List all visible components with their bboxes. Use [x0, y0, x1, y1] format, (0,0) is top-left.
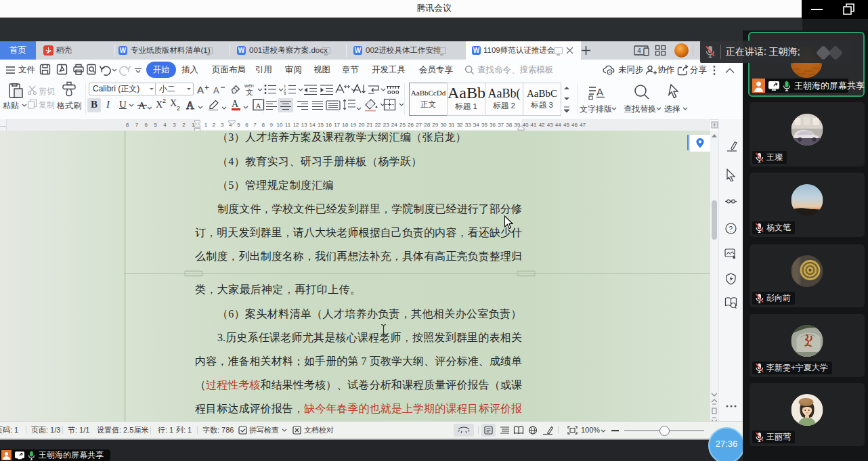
menu-file[interactable]: 文件 — [18, 60, 35, 80]
redo-icon[interactable] — [118, 64, 131, 76]
assistant-tool-icon[interactable] — [725, 273, 737, 285]
help-tool-icon[interactable]: ? — [725, 223, 737, 234]
align-left-icon[interactable] — [265, 100, 278, 110]
location-pin-button[interactable] — [689, 134, 711, 152]
menu-tab-pagelayout[interactable]: 页面布局 — [212, 60, 246, 80]
select-tool-icon[interactable] — [726, 169, 736, 181]
rtools-more-icon[interactable] — [725, 404, 737, 408]
cut-icon[interactable] — [27, 85, 37, 95]
export-pdf-icon[interactable] — [56, 64, 68, 76]
participant-tile[interactable]: 彭向前 — [750, 244, 865, 307]
read-tool-icon[interactable] — [724, 297, 738, 309]
copy-icon[interactable] — [27, 99, 37, 109]
save-icon[interactable] — [39, 64, 51, 76]
format-painter-label[interactable]: 格式刷 — [57, 100, 81, 112]
ruler-toggle-icon[interactable] — [711, 121, 718, 129]
read-view-icon[interactable] — [513, 426, 524, 435]
style-heading2[interactable]: AaBb( 标题 2 — [485, 83, 523, 116]
restore-icon[interactable] — [841, 0, 868, 19]
typeset-label[interactable]: 文字排版 — [580, 104, 612, 115]
menu-tab-section[interactable]: 章节 — [342, 60, 359, 80]
tab-doc-3[interactable]: W 002进校具体工作安排 — [347, 41, 466, 60]
bullets-icon[interactable] — [264, 84, 284, 95]
vertical-scrollbar[interactable] — [710, 131, 718, 421]
proofing-icon[interactable] — [292, 426, 301, 435]
select-cursor-icon[interactable] — [667, 83, 679, 100]
subscript-icon[interactable]: X2 — [170, 97, 181, 111]
style-heading1[interactable]: AaBb 标题 1 — [447, 83, 485, 116]
cut-label[interactable]: 剪切 — [39, 86, 55, 97]
collapse-ribbon-icon[interactable] — [724, 68, 735, 74]
decrease-indent-icon[interactable] — [303, 84, 318, 95]
search-icon[interactable] — [464, 65, 475, 75]
zoom-level[interactable]: 100% — [581, 421, 600, 439]
paste-dropdown-icon[interactable] — [22, 104, 27, 108]
shrink-font-icon[interactable]: A — [212, 83, 225, 95]
undo-icon[interactable] — [99, 64, 116, 76]
participant-tile[interactable]: 杨文笔 — [750, 173, 865, 237]
paste-icon[interactable] — [8, 82, 24, 100]
select-label[interactable]: 选择 — [664, 104, 680, 115]
find-replace-icon[interactable] — [634, 84, 650, 100]
menu-tab-reference[interactable]: 引用 — [255, 60, 272, 80]
scrollbar-thumb[interactable] — [712, 200, 717, 240]
participant-tile[interactable]: 李新雯+宁夏大学 — [750, 314, 865, 377]
tab-doc-active[interactable]: W 1109师范认证推进会 — [466, 41, 581, 60]
find-replace-label[interactable]: 查找替换 — [624, 104, 656, 115]
tab-doc-2[interactable]: W 001进校考察方案.docx — [230, 41, 347, 60]
outline-view-icon[interactable] — [500, 426, 510, 435]
adjust-tool-icon[interactable] — [724, 196, 737, 206]
scroll-up-icon[interactable] — [711, 133, 718, 139]
paste-label[interactable]: 粘贴 — [3, 100, 19, 112]
pinyin-icon[interactable]: wén文 — [242, 82, 257, 95]
fit-page-icon[interactable] — [567, 426, 578, 435]
wrap-mark-icon[interactable] — [367, 84, 387, 95]
pinyin-dropdown-icon[interactable] — [257, 88, 263, 92]
text-direction-icon[interactable] — [353, 83, 366, 95]
spellcheck-label[interactable]: 拼写检查 — [249, 421, 279, 439]
zoom-slider-thumb[interactable] — [659, 426, 670, 436]
menu-tab-view[interactable]: 视图 — [313, 60, 330, 80]
participant-tile[interactable]: 王丽莺 — [750, 383, 865, 446]
increase-indent-icon[interactable] — [320, 84, 334, 95]
tab-home[interactable]: 首页 — [0, 41, 36, 60]
account-avatar[interactable] — [674, 43, 689, 58]
find-dropdown-icon[interactable] — [656, 107, 661, 111]
ink-pen-icon[interactable] — [542, 426, 553, 435]
collaborate-label[interactable]: 协作 — [657, 60, 674, 80]
superscript-icon[interactable]: X2 — [156, 97, 167, 110]
underline-button[interactable]: U — [119, 99, 127, 110]
screenshot-tool-icon[interactable] — [724, 248, 737, 260]
zoom-out-icon[interactable] — [611, 429, 620, 432]
strikethrough-icon[interactable]: A — [137, 98, 153, 112]
sync-status[interactable]: 未同步 — [618, 60, 644, 80]
sync-cloud-icon[interactable] — [603, 64, 616, 76]
clear-format-icon[interactable] — [228, 84, 240, 94]
menu-tab-member[interactable]: 会员专享 — [419, 60, 453, 80]
page-nav-icons[interactable] — [711, 390, 718, 422]
switch-window-icon[interactable]: 4 — [634, 45, 653, 56]
line-spacing-icon[interactable] — [343, 98, 363, 112]
style-heading3[interactable]: AaBbC 标题 3 — [523, 83, 561, 116]
minimize-icon[interactable] — [810, 0, 837, 19]
font-color-icon[interactable]: A — [231, 97, 251, 112]
tab-doc-1[interactable]: W 专业纸质版材料清单(1) — [115, 41, 230, 60]
borders-icon[interactable] — [383, 98, 406, 112]
more-menu-icon[interactable] — [712, 65, 716, 76]
spellcheck-icon[interactable] — [238, 426, 247, 435]
qat-more-icon[interactable] — [134, 68, 142, 73]
copy-label[interactable]: 复制 — [39, 100, 55, 111]
select-dropdown-icon[interactable] — [682, 107, 688, 111]
style-normal[interactable]: AaBbCcDd 正文 — [409, 83, 448, 116]
styles-scroll-icons[interactable] — [563, 84, 571, 114]
tab-docer[interactable]: 稻壳 — [36, 41, 115, 60]
grow-font-icon[interactable]: A — [196, 83, 210, 95]
right-indent-marker[interactable] — [517, 125, 525, 131]
print-preview-icon[interactable] — [86, 64, 98, 76]
first-line-indent-marker[interactable] — [228, 120, 236, 125]
share-arrow-icon[interactable] — [677, 64, 689, 76]
web-view-icon[interactable] — [528, 426, 538, 435]
zoom-dropdown-icon[interactable] — [601, 429, 606, 433]
menu-tab-review[interactable]: 审阅 — [285, 60, 302, 80]
numbering-icon[interactable]: 123 — [284, 84, 303, 95]
